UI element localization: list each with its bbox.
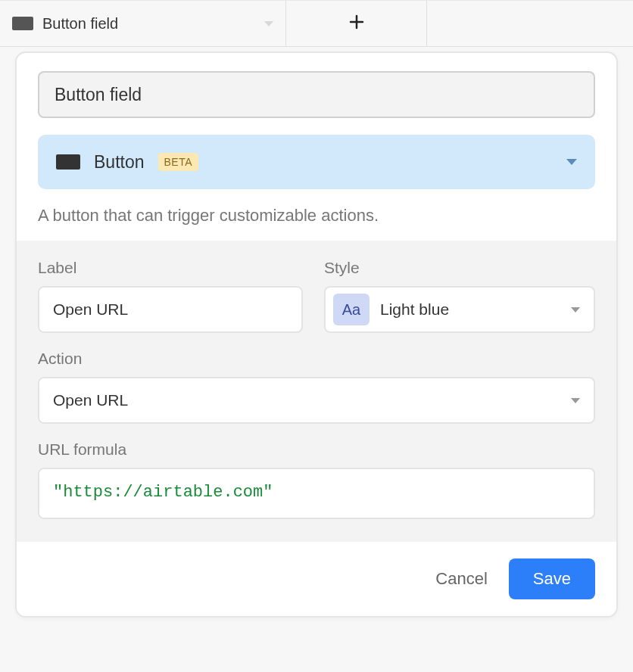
url-formula-input[interactable]: "https://airtable.com" bbox=[38, 468, 595, 519]
style-swatch: Aa bbox=[333, 294, 370, 325]
field-type-select[interactable]: Button BETA bbox=[38, 135, 595, 189]
style-select-value: Light blue bbox=[380, 300, 449, 319]
style-field-label: Style bbox=[324, 259, 595, 277]
button-icon bbox=[56, 154, 80, 170]
field-type-description: A button that can trigger customizable a… bbox=[38, 206, 595, 226]
cancel-button[interactable]: Cancel bbox=[435, 569, 487, 589]
save-button[interactable]: Save bbox=[509, 558, 595, 599]
column-header-button-field[interactable]: Button field bbox=[0, 1, 286, 46]
button-style-select[interactable]: Aa Light blue bbox=[324, 286, 595, 333]
field-config-popover: Button BETA A button that can trigger cu… bbox=[15, 51, 618, 618]
add-column-button[interactable] bbox=[286, 1, 427, 46]
chevron-down-icon bbox=[571, 398, 580, 403]
button-action-select[interactable]: Open URL bbox=[38, 377, 595, 424]
field-name-input[interactable] bbox=[38, 71, 595, 118]
button-label-input[interactable] bbox=[38, 286, 303, 333]
plus-icon bbox=[348, 13, 366, 35]
popover-footer: Cancel Save bbox=[17, 542, 616, 616]
field-type-label: Button bbox=[94, 152, 145, 173]
popover-config-section: Label Style Aa Light blue Action Open UR… bbox=[17, 241, 616, 542]
button-icon bbox=[12, 17, 33, 30]
chevron-down-icon bbox=[566, 159, 577, 165]
columns-header-row: Button field bbox=[0, 0, 633, 47]
chevron-down-icon bbox=[264, 21, 273, 26]
action-field-label: Action bbox=[38, 350, 595, 368]
action-select-value: Open URL bbox=[53, 391, 128, 409]
popover-top-section: Button BETA A button that can trigger cu… bbox=[17, 53, 616, 241]
beta-badge: BETA bbox=[158, 153, 199, 171]
chevron-down-icon bbox=[571, 307, 580, 313]
label-field-label: Label bbox=[38, 259, 303, 277]
formula-field-label: URL formula bbox=[38, 440, 595, 459]
column-header-label: Button field bbox=[42, 15, 118, 33]
